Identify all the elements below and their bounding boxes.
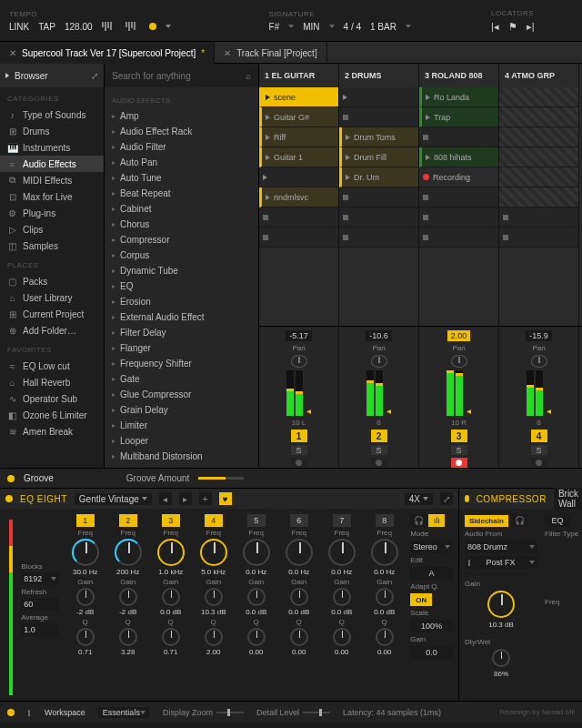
gain-knob[interactable] [76, 588, 95, 606]
clip-slot[interactable] [499, 127, 578, 147]
analyzer-button[interactable]: ılı [428, 514, 445, 527]
band-enable[interactable]: 5 [247, 514, 266, 527]
gain-knob[interactable] [290, 588, 308, 606]
sidebar-item-clips[interactable]: ▷Clips [0, 221, 104, 238]
browser-item[interactable]: ▸Amp [105, 108, 258, 124]
clip-slot[interactable]: Drum Toms [339, 127, 418, 147]
blocks-select[interactable]: 8192 [21, 572, 59, 585]
band-enable[interactable]: 3 [162, 514, 180, 527]
clip-slot[interactable] [499, 207, 578, 228]
average-value[interactable]: 1.0 [21, 623, 59, 636]
band-enable[interactable]: 8 [376, 514, 394, 527]
q-knob[interactable] [119, 628, 137, 646]
freq-knob[interactable] [243, 539, 270, 566]
clip-slot[interactable] [419, 207, 498, 228]
sidebar-item-fav[interactable]: ≋Amen Break [0, 423, 104, 440]
clip-slot[interactable] [499, 147, 578, 167]
gain-knob[interactable] [119, 588, 137, 606]
clip-slot[interactable] [419, 127, 498, 147]
clip-slot[interactable]: Recording [419, 167, 498, 187]
arm-button[interactable] [291, 458, 307, 468]
band-enable[interactable]: 2 [119, 514, 137, 527]
preset-prev[interactable]: ◂ [159, 492, 172, 505]
tab-supercool[interactable]: ✕ Supercool Track Ver 17 [Supercool Proj… [0, 42, 215, 64]
browser-item[interactable]: ▸Gate [105, 371, 258, 387]
sidebar-item-instruments[interactable]: 🎹Instruments [0, 139, 104, 156]
clip-slot[interactable] [259, 228, 338, 248]
audio-from-select[interactable]: 808 Drumz [465, 541, 537, 553]
chevron-down-icon[interactable] [329, 25, 335, 28]
band-enable[interactable]: 4 [205, 514, 223, 527]
menu-icon[interactable]: ⫿ [27, 708, 32, 717]
eq-toggle[interactable]: EQ [545, 514, 570, 527]
q-knob[interactable] [162, 628, 180, 646]
q-value[interactable]: 0.00 [249, 648, 264, 656]
freq-knob[interactable] [157, 539, 185, 566]
clip-slot[interactable]: Drum Fill [339, 147, 418, 167]
volume-db[interactable]: -5.17 [286, 330, 312, 341]
solo-button[interactable]: S [531, 445, 547, 455]
clip-slot[interactable]: nndmlsvc [259, 187, 338, 207]
freq-value[interactable]: 1.0 kHz [158, 568, 183, 576]
browser-item[interactable]: ▸Frequency Shifter [105, 356, 258, 371]
freq-value[interactable]: 0.0 Hz [246, 568, 266, 576]
browser-item[interactable]: ▸Erosion [105, 294, 258, 309]
next-locator-icon[interactable]: ▸| [527, 21, 535, 33]
browser-item[interactable]: ▸Limiter [105, 418, 258, 433]
browser-item[interactable]: ▸Glue Compressor [105, 387, 258, 402]
workspace-select[interactable]: Essentials [98, 707, 150, 718]
sidebar-item-plug-ins[interactable]: ⚙Plug-ins [0, 205, 104, 221]
scale-value[interactable]: 100% [410, 620, 453, 632]
pan-knob[interactable] [531, 355, 547, 368]
freq-value[interactable]: 0.0 Hz [288, 568, 309, 576]
freq-knob[interactable] [72, 539, 99, 566]
expand-icon[interactable]: ⤢ [440, 492, 453, 505]
adapt-q-toggle[interactable]: ON [410, 593, 432, 606]
freq-value[interactable]: 200 Hz [116, 568, 139, 576]
solo-button[interactable]: S [291, 445, 307, 455]
browser-item[interactable]: ▸Multiband Distorsion [105, 449, 258, 464]
metronome-bars-icon[interactable] [125, 22, 140, 31]
q-value[interactable]: 0.00 [335, 648, 349, 656]
clip-slot[interactable] [499, 228, 578, 248]
metronome-bars-icon[interactable] [102, 22, 116, 31]
groove-slider[interactable] [198, 477, 244, 480]
expand-icon[interactable]: ⤢ [91, 71, 98, 81]
clip-slot[interactable]: Riff [259, 127, 338, 147]
q-knob[interactable] [376, 628, 394, 646]
preset-next[interactable]: ▸ [179, 492, 192, 505]
track-activator[interactable]: 1 [291, 430, 307, 442]
preset-selector[interactable]: Brick Wall [554, 488, 582, 510]
drywet-knob[interactable] [492, 649, 510, 667]
track-header[interactable]: 3 ROLAND 808 [419, 64, 499, 87]
sidebar-item-fav[interactable]: ⌂Hall Reverb [0, 374, 104, 390]
freq-knob[interactable] [115, 539, 142, 566]
search-icon[interactable]: ⌕ [246, 71, 251, 81]
clip-slot[interactable] [259, 167, 338, 187]
q-value[interactable]: 0.71 [78, 648, 93, 656]
volume-db[interactable]: -15.9 [526, 330, 552, 341]
track-activator[interactable]: 2 [371, 430, 387, 442]
tap-button[interactable]: TAP [38, 22, 55, 32]
browser-item[interactable]: ▸Corpus [105, 248, 258, 263]
clip-slot[interactable]: 808 hihats [419, 147, 498, 167]
clip-slot[interactable]: scene [259, 87, 338, 107]
gain-value[interactable]: 10.3 dB [201, 608, 226, 616]
q-knob[interactable] [76, 628, 95, 646]
pan-knob[interactable] [371, 355, 387, 368]
groove-toggle[interactable] [7, 475, 15, 482]
clip-slot[interactable] [339, 187, 418, 207]
sidebar-item-current-project[interactable]: ⊞Current Project [0, 306, 104, 322]
pan-value[interactable]: 10 R [451, 419, 467, 427]
pan-value[interactable]: 0 [537, 419, 540, 427]
chevron-down-icon[interactable] [166, 25, 171, 28]
sidebar-item-midi-effects[interactable]: ⧉MIDI Effects [0, 172, 104, 188]
device-power[interactable] [465, 495, 469, 502]
link-button[interactable]: LINK [9, 22, 29, 32]
browser-item[interactable]: ▸Looper [105, 433, 258, 449]
chevron-down-icon[interactable] [406, 25, 411, 28]
freq-knob[interactable] [200, 539, 227, 566]
gain-value[interactable]: 0.0 dB [288, 608, 309, 616]
sidebar-item-user-library[interactable]: ⌂User Library [0, 289, 104, 306]
device-power[interactable] [5, 495, 13, 502]
